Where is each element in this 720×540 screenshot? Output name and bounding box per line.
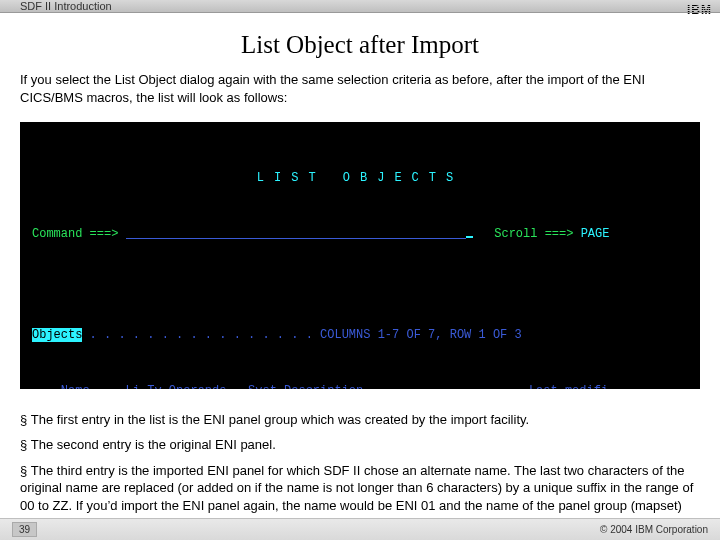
bullet-2: § The second entry is the original ENI p… [20,436,700,454]
top-bar: SDF II Introduction IBM [0,0,720,13]
column-header: Name --- Li Ty Operands Syst Description… [32,382,688,389]
objects-label: Objects [32,328,82,342]
intro-paragraph: If you select the List Object dialog aga… [20,71,700,106]
scroll-value: PAGE [581,227,610,241]
footer-bar: 39 © 2004 IBM Corporation [0,518,720,540]
terminal-screenshot: LIST OBJECTS Command ===> Scroll ===> PA… [20,122,700,389]
terminal-title: LIST OBJECTS [32,169,688,188]
bullet-1: § The first entry in the list is the ENI… [20,411,700,429]
columns-info: COLUMNS 1-7 OF 7, ROW 1 OF 3 [320,328,522,342]
slide-title: List Object after Import [0,31,720,59]
cursor-icon [466,236,473,238]
command-input-line[interactable] [126,227,466,239]
copyright: © 2004 IBM Corporation [600,524,708,535]
ibm-logo: IBM [687,0,712,20]
command-label: Command ===> [32,227,118,241]
page-number: 39 [12,522,37,537]
topbar-title: SDF II Introduction [20,0,112,12]
scroll-label: Scroll ===> [494,227,573,241]
